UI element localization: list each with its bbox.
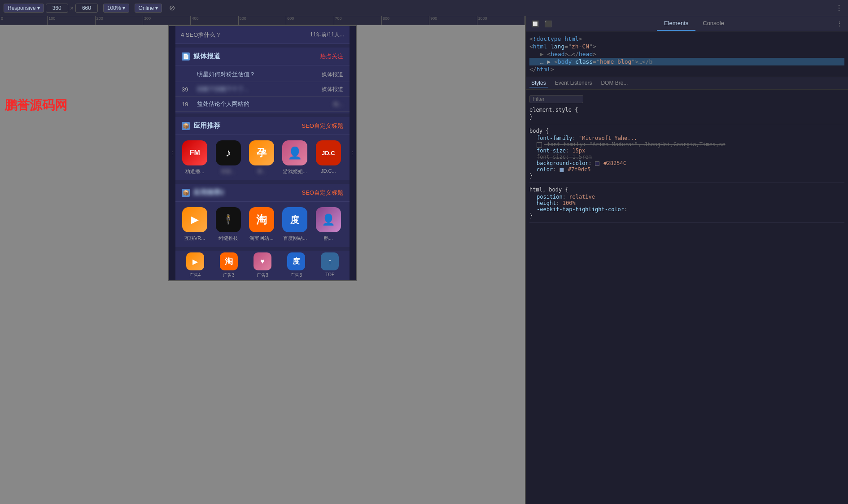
apps-1-icon-glyph: 📦 — [183, 123, 189, 129]
app-icon-jd[interactable]: JD.C — [316, 140, 341, 165]
online-dropdown[interactable]: Online ▾ — [135, 4, 162, 13]
color-swatch[interactable] — [560, 168, 564, 172]
app-icon-baidu[interactable]: 度 — [282, 207, 307, 232]
styles-toolbar: Styles Event Listeners DOM Bre... — [526, 77, 848, 90]
styles-tab-dombrea[interactable]: DOM Bre... — [599, 79, 629, 87]
mobile-content: 4 SEO推什么？ 11年前/11人... 📄 媒体报道 — [175, 26, 350, 280]
ruler-mark: 1000 — [477, 16, 525, 25]
ad-icon-pink[interactable]: ♥ — [254, 252, 271, 270]
media-section: 📄 媒体报道 热点关注 明星如何对粉丝估值？ 媒体报道 — [175, 48, 350, 113]
app-item-girl: 👤 游戏姬姐... — [279, 140, 310, 175]
news-title-1[interactable]: 明星如何对粉丝估值？ — [197, 70, 317, 78]
filter-input[interactable] — [529, 95, 583, 103]
tree-line-html-close: </html> — [529, 65, 844, 73]
checkbox-ff2[interactable] — [537, 142, 542, 148]
resize-handle-left[interactable]: ⋮ — [169, 26, 175, 280]
top-cut-text: 4 SEO推什么？ — [181, 31, 221, 39]
ruler-mark: 500 — [239, 16, 286, 25]
zoom-dropdown[interactable]: 100% ▾ — [103, 4, 129, 13]
app-icon-fm[interactable]: FM — [182, 140, 207, 165]
app-item-jd: JD.C JD.C... — [313, 140, 344, 175]
apps-section-2-header: 📦 应用推荐2 SEO自定义标题 — [175, 184, 350, 202]
bottom-ads-bar: ▶ 广告4 淘 广告3 ♥ 广告3 — [175, 251, 350, 280]
media-title: 📄 媒体报道 — [182, 52, 220, 61]
styles-tab-styles[interactable]: Styles — [529, 79, 548, 87]
section-top-cut: 4 SEO推什么？ 11年前/11人... — [175, 26, 350, 44]
styles-tab-eventlisteners[interactable]: Event Listeners — [553, 79, 594, 87]
ruler-mark: 200 — [96, 16, 143, 25]
app-label-fm: 功道播... — [179, 168, 210, 175]
app-item-vr: ▶ 互联VR... — [179, 207, 210, 242]
app-item-baidu: 度 百度网站... — [279, 207, 310, 242]
apps-section-1: 📦 应用推荐 SEO自定义标题 FM 功道播... — [175, 117, 350, 180]
ad-icon-baidu[interactable]: 度 — [287, 252, 305, 270]
html-tree: <!doctype html> <html lang="zh-CN"> ▶ <h… — [526, 31, 848, 77]
more-options-button[interactable]: ⋮ — [834, 3, 844, 13]
ad-item-top: ↑ TOP — [314, 252, 346, 278]
news-item-1: 明星如何对粉丝估值？ 媒体报道 — [175, 67, 350, 82]
devtools-more-icon[interactable]: ⋮ — [835, 20, 844, 27]
ad-icon-top[interactable]: ↑ — [321, 252, 339, 270]
style-selector-text: element.style { — [529, 107, 578, 113]
ruler-mark: 300 — [143, 16, 191, 25]
tree-line-body[interactable]: … ▶ <body class="home blog">…</b — [529, 58, 844, 65]
devtools-device-icon[interactable]: ⬛ — [542, 20, 554, 27]
style-close-body: } — [529, 173, 844, 179]
app-icon-taobao[interactable]: 淘 — [249, 207, 274, 232]
ad-item-4: ▶ 广告4 — [179, 252, 211, 278]
devtools-inspect-icon[interactable]: 🔲 — [529, 20, 541, 27]
app-icon-vr[interactable]: ▶ — [182, 207, 207, 232]
app-icon-tiktok[interactable]: ♪ — [216, 140, 241, 165]
width-input[interactable] — [46, 4, 68, 13]
responsive-control: Responsive ▾ × — [4, 4, 98, 13]
styles-panel: element.style { } body { font-family: "M… — [526, 90, 848, 504]
apps-section-1-header: 📦 应用推荐 SEO自定义标题 — [175, 117, 350, 135]
news-title-2[interactable]: 回顾下回顾下个了... — [197, 85, 317, 93]
app-icon-preg-text: 孕 — [257, 146, 267, 160]
news-title-3[interactable]: 益处估论个人网站的 — [197, 100, 329, 108]
height-input[interactable] — [75, 4, 98, 13]
ad-label-taobao: 广告3 — [223, 272, 235, 278]
watermark: 鹏誉源码网 — [4, 97, 67, 114]
apps-1-more-link[interactable]: SEO自定义标题 — [302, 122, 343, 130]
apps-2-icon-glyph: 📦 — [183, 190, 189, 196]
app-icon-dancer[interactable]: 🕴 — [216, 207, 241, 232]
app-label-cool: 酷... — [313, 235, 344, 242]
news-num-2: 39 — [182, 86, 192, 93]
media-more-link[interactable]: 热点关注 — [320, 52, 343, 61]
style-close-element: } — [529, 114, 844, 120]
main-area: 0 100 200 300 400 500 600 700 800 900 10… — [0, 16, 848, 504]
app-label-taobao: 淘宝网站... — [246, 235, 277, 242]
style-prop-color: color: #7f9dc5 — [529, 166, 844, 173]
ad-icon-taobao[interactable]: 淘 — [220, 252, 238, 270]
online-control: Online ▾ — [135, 4, 162, 13]
tree-collapse-head[interactable]: ▶ — [540, 51, 544, 57]
tree-line-head: ▶ <head>…</head> — [529, 50, 844, 58]
ruler-mark: 600 — [286, 16, 334, 25]
tab-elements[interactable]: Elements — [657, 16, 695, 31]
style-prop-ff1: font-family: "Microsoft Yahe... — [529, 135, 844, 141]
app-label-vr: 互联VR... — [179, 235, 210, 242]
tab-console[interactable]: Console — [695, 16, 731, 31]
news-cat-1: 媒体报道 — [322, 71, 343, 78]
app-icon-preg[interactable]: 孕 — [249, 140, 274, 165]
style-prop-bg: background-color: #28254C — [529, 160, 844, 166]
responsive-dropdown[interactable]: Responsive ▾ — [4, 4, 44, 13]
news-list: 明星如何对粉丝估值？ 媒体报道 39 回顾下回顾下个了... 媒体报道 19 益… — [175, 65, 350, 113]
app-label-tiktok: 抖音... — [212, 168, 244, 175]
apps-1-title: 📦 应用推荐 — [182, 122, 220, 130]
app-icon-girl[interactable]: 👤 — [282, 140, 307, 165]
app-label-dancer: 绗缝推技 — [212, 235, 244, 242]
devtools-panel: 🔲 ⬛ Elements Console ⋮ <!doctype html> <… — [525, 16, 848, 504]
style-selector-element: element.style { — [529, 107, 844, 113]
no-touch-icon[interactable]: ⊘ — [167, 3, 177, 13]
resize-handle-right[interactable]: ⋮ — [350, 26, 356, 280]
ad-label-4: 广告4 — [189, 272, 201, 278]
style-prop-fs2: font-size: 1.5rem — [529, 154, 844, 160]
bg-color-swatch[interactable] — [595, 161, 599, 166]
app-icon-cool[interactable]: 👤 — [316, 207, 341, 232]
apps-2-more-link[interactable]: SEO自定义标题 — [302, 189, 343, 197]
app-icon-taobao-text: 淘 — [256, 213, 267, 227]
ad-icon-4[interactable]: ▶ — [186, 252, 204, 270]
app-item-preg: 孕 孕... — [246, 140, 277, 175]
